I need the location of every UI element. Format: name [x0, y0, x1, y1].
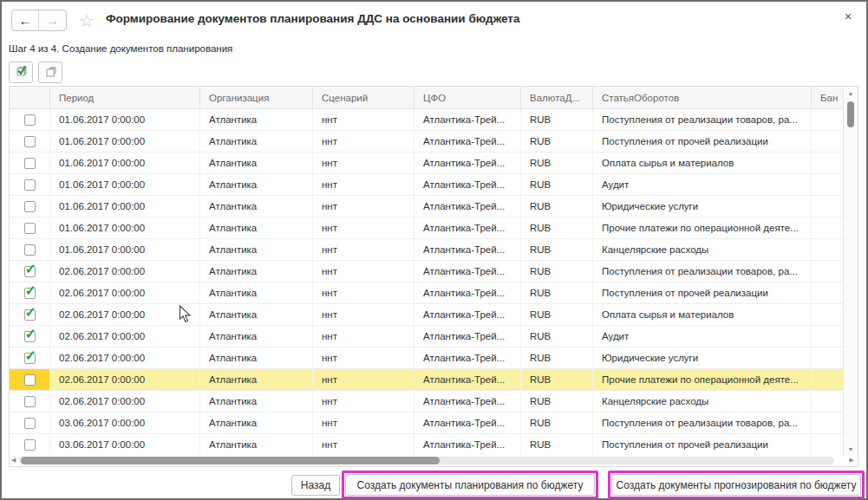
cell-org: Атлантика [200, 369, 313, 390]
column-header-article[interactable]: СтатьяОборотов [593, 87, 812, 108]
cell-cfo: Атлантика-Трей... [414, 412, 521, 433]
cell-article: Поступления от прочей реализации [593, 282, 812, 303]
cell-period: 02.06.2017 0:00:00 [50, 369, 200, 390]
table-row[interactable]: 02.06.2017 0:00:00АтлантиканнтАтлантика-… [10, 347, 844, 369]
cell-currency: RUB [521, 239, 593, 260]
row-checkbox[interactable] [24, 201, 36, 212]
table-row[interactable]: 01.06.2017 0:00:00АтлантиканнтАтлантика-… [10, 153, 844, 174]
vertical-scrollbar[interactable]: ▲ ▼ [843, 87, 858, 456]
cell-article: Прочие платежи по операционной деяте... [593, 218, 812, 238]
row-checkbox[interactable] [24, 418, 36, 429]
cell-checkbox [10, 239, 50, 260]
cell-bank [812, 304, 844, 325]
table-row[interactable]: 02.06.2017 0:00:00АтлантиканнтАтлантика-… [10, 304, 844, 326]
row-checkbox[interactable] [24, 396, 36, 407]
table-row[interactable]: 01.06.2017 0:00:00АтлантиканнтАтлантика-… [10, 218, 844, 239]
row-checkbox-checked[interactable] [24, 288, 36, 299]
cell-article: Канцелярские расходы [593, 239, 812, 260]
cell-scenario: ннт [313, 196, 414, 217]
toolbar [9, 62, 62, 83]
cell-bank [812, 196, 844, 217]
horizontal-scroll-thumb[interactable] [21, 457, 440, 464]
cell-cfo: Атлантика-Трей... [414, 391, 521, 412]
table-row[interactable]: 02.06.2017 0:00:00АтлантиканнтАтлантика-… [10, 391, 844, 412]
horizontal-scroll-track[interactable] [19, 457, 834, 464]
column-header-currency[interactable]: ВалютаД... [521, 87, 593, 108]
cell-org: Атлантика [200, 282, 313, 303]
table-row[interactable]: 02.06.2017 0:00:00АтлантиканнтАтлантика-… [10, 261, 844, 282]
cell-bank [812, 261, 844, 282]
column-header-cfo[interactable]: ЦФО [414, 87, 521, 108]
uncheck-all-button[interactable] [38, 62, 62, 83]
row-checkbox[interactable] [24, 179, 36, 191]
cell-checkbox [10, 261, 50, 282]
column-header-scenario[interactable]: Сценарий [313, 87, 414, 108]
cell-org: Атлантика [200, 174, 313, 195]
cell-scenario: ннт [313, 131, 414, 152]
cell-scenario: ннт [313, 434, 414, 455]
scroll-up-icon[interactable]: ▲ [844, 90, 858, 96]
column-header-check[interactable] [10, 87, 50, 108]
cell-scenario: ннт [313, 282, 414, 303]
favorite-star-icon[interactable]: ☆ [79, 10, 95, 31]
row-checkbox[interactable] [24, 114, 36, 126]
cell-checkbox [10, 282, 50, 303]
table-row[interactable]: 01.06.2017 0:00:00АтлантиканнтАтлантика-… [10, 174, 844, 196]
row-checkbox[interactable] [24, 244, 36, 256]
cell-currency: RUB [521, 369, 593, 390]
row-checkbox[interactable] [24, 439, 36, 451]
cell-bank [812, 174, 844, 195]
scroll-left-icon[interactable]: ◀ [11, 457, 16, 464]
back-step-button[interactable]: Назад [291, 475, 340, 496]
cell-period: 02.06.2017 0:00:00 [50, 326, 200, 347]
check-all-button[interactable] [9, 62, 33, 83]
cell-org: Атлантика [200, 109, 313, 130]
row-checkbox[interactable] [24, 374, 36, 386]
cell-currency: RUB [521, 174, 593, 195]
vertical-scroll-thumb[interactable] [847, 101, 854, 127]
close-icon[interactable]: × [840, 9, 856, 24]
cell-org: Атлантика [200, 391, 313, 412]
table-row[interactable]: 02.06.2017 0:00:00АтлантиканнтАтлантика-… [10, 369, 844, 391]
table-row[interactable]: 03.06.2017 0:00:00АтлантиканнтАтлантика-… [10, 412, 844, 434]
row-checkbox[interactable] [24, 136, 36, 147]
cell-cfo: Атлантика-Трей... [414, 153, 521, 173]
create-forecast-button[interactable]: Создать документы прогнозирования по бюд… [611, 474, 861, 496]
uncheck-all-icon [43, 64, 58, 81]
row-checkbox-checked[interactable] [24, 353, 36, 364]
row-checkbox-checked[interactable] [24, 266, 36, 277]
row-checkbox-checked[interactable] [24, 309, 36, 321]
cell-article: Канцелярские расходы [593, 391, 812, 412]
table-row[interactable]: 01.06.2017 0:00:00АтлантиканнтАтлантика-… [10, 109, 844, 131]
cell-checkbox [10, 218, 50, 238]
cell-bank [812, 434, 844, 455]
cell-org: Атлантика [200, 326, 313, 347]
horizontal-scrollbar[interactable]: ◀ ▶ [10, 455, 858, 466]
column-header-period[interactable]: Период [50, 87, 200, 108]
table-row[interactable]: 02.06.2017 0:00:00АтлантиканнтАтлантика-… [10, 282, 844, 304]
table-row[interactable]: 02.06.2017 0:00:00АтлантиканнтАтлантика-… [10, 326, 844, 347]
column-header-bank[interactable]: Бан [812, 87, 844, 108]
table-row[interactable]: 01.06.2017 0:00:00АтлантиканнтАтлантика-… [10, 239, 844, 261]
row-checkbox[interactable] [24, 158, 36, 169]
row-checkbox-checked[interactable] [24, 331, 36, 342]
cell-cfo: Атлантика-Трей... [414, 434, 521, 455]
table-row[interactable]: 01.06.2017 0:00:00АтлантиканнтАтлантика-… [10, 131, 844, 153]
cell-org: Атлантика [200, 218, 313, 238]
row-checkbox[interactable] [24, 223, 36, 234]
cell-cfo: Атлантика-Трей... [414, 131, 521, 152]
cell-cfo: Атлантика-Трей... [414, 326, 521, 347]
table-row[interactable]: 03.06.2017 0:00:00АтлантиканнтАтлантика-… [10, 434, 844, 456]
cell-currency: RUB [521, 282, 593, 303]
cell-bank [812, 218, 844, 238]
cell-currency: RUB [521, 391, 593, 412]
column-header-org[interactable]: Организация [200, 87, 313, 108]
scroll-right-icon[interactable]: ▶ [850, 457, 854, 464]
create-planning-button[interactable]: Создать документы планирования по бюджет… [345, 474, 595, 496]
forward-nav-button[interactable]: → [39, 10, 66, 30]
cell-period: 03.06.2017 0:00:00 [50, 434, 200, 455]
scroll-down-icon[interactable]: ▼ [844, 446, 858, 452]
back-nav-button[interactable]: ← [12, 10, 39, 30]
cell-period: 01.06.2017 0:00:00 [50, 196, 200, 217]
table-row[interactable]: 01.06.2017 0:00:00АтлантиканнтАтлантика-… [10, 196, 844, 218]
